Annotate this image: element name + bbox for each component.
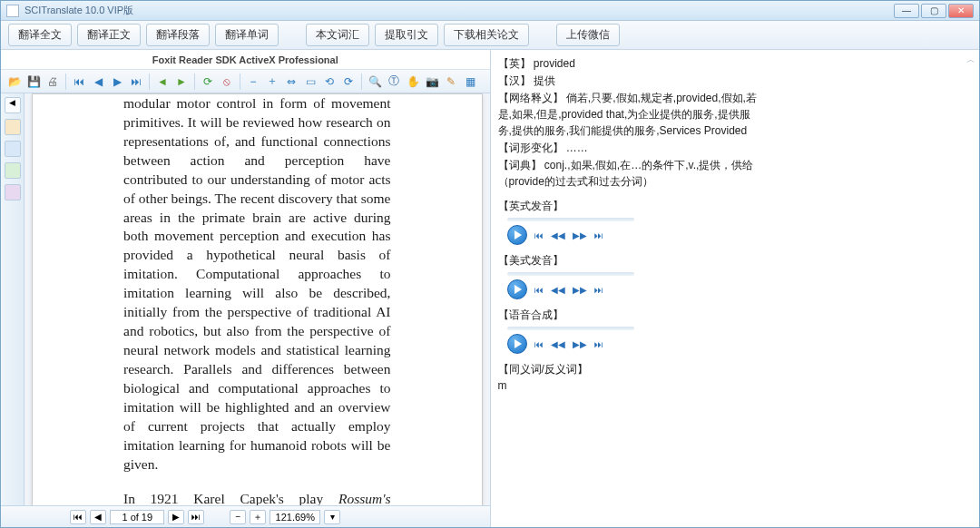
open-icon[interactable]: 📂 xyxy=(6,73,23,90)
hand-icon[interactable]: ✋ xyxy=(405,73,421,90)
prev-page-button[interactable]: ◀ xyxy=(90,510,106,524)
us-rewind-icon[interactable]: ◀◀ xyxy=(551,283,565,297)
find-icon[interactable]: 🔍 xyxy=(367,73,383,90)
section-us-audio: 【美式发音】 xyxy=(498,252,758,269)
pages-tab-icon[interactable] xyxy=(5,141,21,157)
us-audio-slider[interactable] xyxy=(507,272,758,276)
tts-ffwd-icon[interactable]: ▶▶ xyxy=(573,337,587,351)
app-icon xyxy=(6,5,19,17)
menubar: 翻译全文 翻译正文 翻译段落 翻译单词 本文词汇 提取引文 下载相关论文 上传微… xyxy=(1,21,979,50)
dictionary-panel: 【英】 provided 【汉】 提供 【网络释义】 倘若,只要,假如,规定者,… xyxy=(491,50,767,400)
last-page-icon[interactable]: ⏭ xyxy=(128,73,144,90)
uk-last-icon[interactable]: ⏭ xyxy=(594,229,603,242)
us-audio-controls: ⏮ ◀◀ ▶▶ ⏭ xyxy=(507,279,758,299)
app-window: SCITranslate 10.0 VIP版 — ▢ ✕ 翻译全文 翻译正文 翻… xyxy=(0,0,980,528)
bookmark-icon[interactable]: ✎ xyxy=(443,73,459,90)
tts-first-icon[interactable]: ⏮ xyxy=(534,337,544,351)
prev-page-icon[interactable]: ◀ xyxy=(90,73,106,90)
close-button[interactable]: ✕ xyxy=(948,4,974,18)
uk-audio-slider[interactable] xyxy=(507,218,758,221)
uk-play-button[interactable] xyxy=(507,225,527,245)
refresh-icon[interactable]: ⟳ xyxy=(200,73,216,90)
us-last-icon[interactable]: ⏭ xyxy=(594,283,603,297)
tts-rewind-icon[interactable]: ◀◀ xyxy=(551,337,565,351)
document-viewer: Foxit Reader SDK ActiveX Professional 📂💾… xyxy=(1,50,491,527)
section-uk-audio: 【英式发音】 xyxy=(498,198,758,214)
comments-tab-icon[interactable] xyxy=(5,184,21,200)
snapshot-icon[interactable]: 📷 xyxy=(424,73,440,90)
dict-morphology: 【词形变化】 …… xyxy=(498,140,758,156)
titlebar: SCITranslate 10.0 VIP版 — ▢ ✕ xyxy=(1,1,979,21)
dict-dictionary: 【词典】 conj.,如果,假如,在…的条件下,v.,提供，供给（provide… xyxy=(498,157,758,190)
uk-first-icon[interactable]: ⏮ xyxy=(534,229,544,242)
section-synonyms: 【同义词/反义词】 xyxy=(498,361,758,377)
menu-translate-paragraph[interactable]: 翻译段落 xyxy=(146,24,210,46)
stop-icon[interactable]: ⦸ xyxy=(219,73,235,90)
menu-upload-wechat[interactable]: 上传微信 xyxy=(556,24,620,46)
more-icon[interactable]: ▦ xyxy=(462,73,478,90)
us-play-button[interactable] xyxy=(507,279,527,299)
synonyms-body: m xyxy=(498,377,758,394)
attachments-tab-icon[interactable] xyxy=(5,162,21,179)
document-title: Foxit Reader SDK ActiveX Professional xyxy=(1,50,490,70)
dict-net-meaning: 【网络释义】 倘若,只要,假如,规定者,provided,假如,若是,如果,但是… xyxy=(498,90,758,139)
uk-ffwd-icon[interactable]: ▶▶ xyxy=(573,229,587,242)
forward-icon[interactable]: ► xyxy=(173,73,190,90)
window-title: SCITranslate 10.0 VIP版 xyxy=(24,4,133,17)
pdf-toolbar: 📂💾🖨⏮◀▶⏭◄►⟳⦸−＋⇔▭⟲⟳🔍Ⓣ✋📷✎▦ xyxy=(1,70,490,93)
us-ffwd-icon[interactable]: ▶▶ xyxy=(573,283,587,297)
fit-page-icon[interactable]: ▭ xyxy=(302,73,318,90)
first-page-button[interactable]: ⏮ xyxy=(70,510,86,524)
bookmarks-tab-icon[interactable] xyxy=(5,119,21,135)
dict-chinese: 【汉】 提供 xyxy=(498,73,758,89)
panel-collapse-icon[interactable]: ︿ xyxy=(966,54,975,66)
zoom-out-icon[interactable]: − xyxy=(245,73,261,90)
status-bar: ⏮ ◀ 1 of 19 ▶ ⏭ − ＋ 121.69% ▾ xyxy=(1,505,490,527)
tts-audio-controls: ⏮ ◀◀ ▶▶ ⏭ xyxy=(507,334,758,354)
save-icon[interactable]: 💾 xyxy=(25,73,42,90)
abstract-paragraph: modular motor control in form of movemen… xyxy=(123,94,391,474)
back-icon[interactable]: ◄ xyxy=(154,73,171,90)
dict-english: 【英】 provided xyxy=(498,55,758,72)
menu-translate-body[interactable]: 翻译正文 xyxy=(77,24,141,46)
zoom-in-icon[interactable]: ＋ xyxy=(264,73,280,90)
tts-last-icon[interactable]: ⏭ xyxy=(594,337,603,351)
tts-audio-slider[interactable] xyxy=(507,327,758,330)
menu-translate-full[interactable]: 翻译全文 xyxy=(8,24,72,46)
document-body: ◀ modular motor control in form of movem… xyxy=(1,93,490,505)
zoom-indicator[interactable]: 121.69% xyxy=(270,510,320,524)
zoom-in-button[interactable]: ＋ xyxy=(250,510,266,524)
zoom-dropdown-button[interactable]: ▾ xyxy=(324,510,340,524)
menu-extract-citations[interactable]: 提取引文 xyxy=(375,24,438,46)
page-indicator[interactable]: 1 of 19 xyxy=(110,510,164,524)
sidebar-collapse-icon[interactable]: ◀ xyxy=(5,97,21,113)
page-scroll-area[interactable]: modular motor control in form of movemen… xyxy=(24,93,490,505)
menu-download-related[interactable]: 下载相关论文 xyxy=(444,24,529,46)
select-text-icon[interactable]: Ⓣ xyxy=(386,73,402,90)
last-page-button[interactable]: ⏭ xyxy=(188,510,204,524)
next-page-button[interactable]: ▶ xyxy=(168,510,184,524)
menu-translate-word[interactable]: 翻译单词 xyxy=(215,24,279,46)
pdf-sidebar: ◀ xyxy=(1,93,24,505)
maximize-button[interactable]: ▢ xyxy=(921,4,946,18)
next-page-icon[interactable]: ▶ xyxy=(109,73,125,90)
content-area: Foxit Reader SDK ActiveX Professional 📂💾… xyxy=(1,50,979,527)
uk-rewind-icon[interactable]: ◀◀ xyxy=(551,229,565,242)
uk-audio-controls: ⏮ ◀◀ ▶▶ ⏭ xyxy=(507,225,758,245)
fit-width-icon[interactable]: ⇔ xyxy=(283,73,299,90)
minimize-button[interactable]: — xyxy=(894,4,919,18)
section-tts: 【语音合成】 xyxy=(498,307,758,323)
rotate-right-icon[interactable]: ⟳ xyxy=(340,73,357,90)
tts-play-button[interactable] xyxy=(507,334,527,354)
us-first-icon[interactable]: ⏮ xyxy=(534,283,544,297)
rotate-left-icon[interactable]: ⟲ xyxy=(321,73,338,90)
print-icon[interactable]: 🖨 xyxy=(44,73,61,90)
zoom-out-button[interactable]: − xyxy=(230,510,246,524)
pdf-page: modular motor control in form of movemen… xyxy=(32,93,483,505)
body-paragraph: In 1921 Karel Capek's play Rossum's Univ… xyxy=(123,490,391,505)
dictionary-panel-wrap: ︿ 【英】 provided 【汉】 提供 【网络释义】 倘若,只要,假如,规定… xyxy=(491,50,980,527)
menu-vocabulary[interactable]: 本文词汇 xyxy=(306,24,369,46)
first-page-icon[interactable]: ⏮ xyxy=(71,73,87,90)
